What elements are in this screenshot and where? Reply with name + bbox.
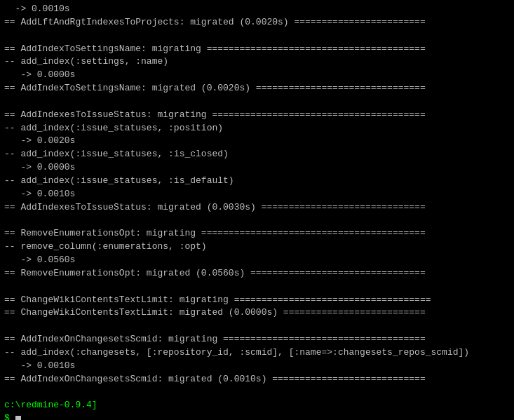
terminal-line: -> 0.0010s: [4, 188, 510, 201]
terminal-line: [4, 29, 510, 43]
terminal-cursor-line[interactable]: $: [4, 412, 510, 420]
terminal-window: -> 0.0010s == AddLftAndRgtIndexesToProje…: [0, 0, 514, 420]
terminal-prompt: c:\redmine-0.9.4]: [4, 399, 510, 412]
terminal-line: -> 0.0020s: [4, 135, 510, 148]
terminal-line: == AddLftAndRgtIndexesToProjects: migrat…: [4, 16, 510, 29]
terminal-line: == RemoveEnumerationsOpt: migrating ====…: [4, 227, 510, 241]
terminal-line: == AddIndexOnChangesetsScmid: migrated (…: [4, 373, 510, 386]
terminal-line: -- add_index(:issue_statuses, :position): [4, 122, 510, 135]
terminal-line: -- add_index(:changesets, [:repository_i…: [4, 346, 510, 360]
terminal-line: -- add_index(:issue_statuses, :is_closed…: [4, 148, 510, 161]
terminal-line: [4, 280, 510, 294]
terminal-line: -- add_index(:settings, :name): [4, 55, 510, 69]
terminal-line: == ChangeWikiContentsTextLimit: migratin…: [4, 294, 510, 307]
terminal-line: [4, 215, 510, 228]
terminal-output: -> 0.0010s == AddLftAndRgtIndexesToProje…: [4, 3, 510, 420]
terminal-line: -> 0.0560s: [4, 254, 510, 267]
terminal-line: -- remove_column(:enumerations, :opt): [4, 241, 510, 254]
terminal-line: == RemoveEnumerationsOpt: migrated (0.05…: [4, 267, 510, 280]
terminal-line: -> 0.0010s: [4, 3, 510, 16]
terminal-cursor: [15, 416, 21, 420]
terminal-line: [4, 95, 510, 109]
terminal-line: -> 0.0000s: [4, 69, 510, 82]
terminal-line: -> 0.0000s: [4, 161, 510, 175]
terminal-line: == AddIndexesToIssueStatus: migrating ==…: [4, 109, 510, 122]
terminal-line: == AddIndexToSettingsName: migrated (0.0…: [4, 82, 510, 95]
terminal-line: [4, 320, 510, 333]
terminal-line: == AddIndexOnChangesetsScmid: migrating …: [4, 333, 510, 346]
terminal-line: == AddIndexToSettingsName: migrating ===…: [4, 43, 510, 56]
terminal-line: == ChangeWikiContentsTextLimit: migrated…: [4, 306, 510, 320]
terminal-line: -> 0.0010s: [4, 360, 510, 373]
terminal-line: == AddIndexesToIssueStatus: migrated (0.…: [4, 201, 510, 215]
terminal-line: [4, 386, 510, 399]
terminal-line: -- add_index(:issue_statuses, :is_defaul…: [4, 175, 510, 188]
